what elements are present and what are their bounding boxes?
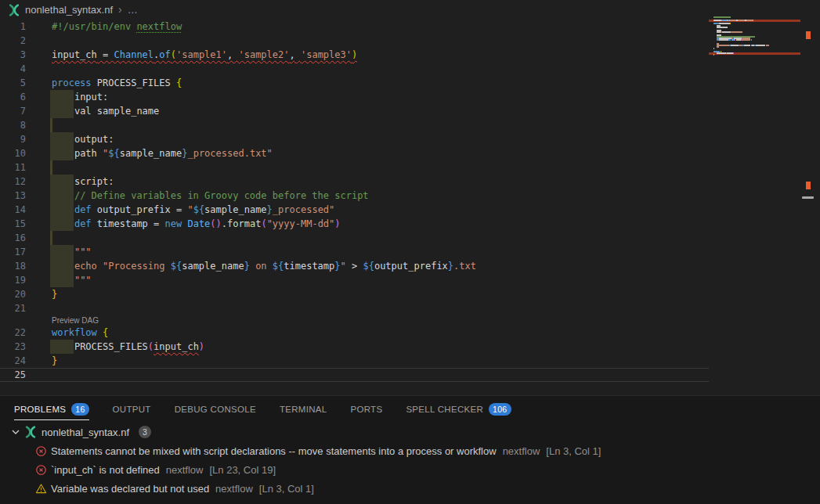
panel-tab-problems[interactable]: PROBLEMS16 [14,396,89,423]
code-line-content[interactable]: input_ch = Channel.of('sample1', 'sample… [26,48,357,62]
problems-file-group[interactable]: nonlethal_syntax.nf 3 [0,423,820,441]
code-line-content[interactable]: val sample_name [26,104,159,118]
code-line[interactable]: 4 [0,62,709,76]
code-line-content[interactable]: def timestamp = new Date().format("yyyy-… [26,217,341,231]
line-number[interactable]: 22 [0,326,26,340]
breadcrumb-more[interactable]: … [128,4,139,16]
panel-tab-debug-console[interactable]: DEBUG CONSOLE [175,396,256,423]
code-line-content[interactable]: #!/usr/bin/env nextflow [26,20,182,34]
line-number[interactable]: 12 [0,175,26,189]
code-line[interactable]: 11 [0,160,709,175]
code-line[interactable]: 22workflow { [0,326,709,340]
code-line-content[interactable] [26,62,52,76]
problem-row[interactable]: Statements cannot be mixed with script d… [0,441,820,460]
code-line[interactable]: 12 script: [0,175,709,189]
code-line-content[interactable]: } [26,287,57,301]
code-line[interactable]: 25 [0,368,709,382]
code-line-content[interactable]: input: [26,90,108,104]
line-number[interactable]: 25 [0,368,26,382]
breadcrumb[interactable]: nonlethal_syntax.nf › … [0,0,820,20]
code-line-content[interactable] [26,118,52,132]
code-line[interactable]: 3input_ch = Channel.of('sample1', 'sampl… [0,48,709,62]
line-number[interactable]: 15 [0,217,26,231]
line-number[interactable]: 21 [0,301,26,315]
panel-tab-output[interactable]: OUTPUT [113,396,151,423]
code-line-content[interactable] [26,231,52,245]
token: () [210,218,221,229]
code-line-content[interactable]: def output_prefix = "${sample_name}_proc… [26,203,334,217]
line-number[interactable]: 9 [0,132,26,146]
minimap-code-bar [722,31,730,33]
code-line[interactable]: 23 PROCESS_FILES(input_ch) [0,340,709,354]
line-number[interactable]: 3 [0,48,26,62]
code-line[interactable]: 15 def timestamp = new Date().format("yy… [0,217,709,231]
line-number[interactable]: 18 [0,259,26,273]
chevron-down-icon[interactable] [9,426,22,438]
line-number[interactable]: 6 [0,90,26,104]
panel-tab-spell-checker[interactable]: SPELL CHECKER106 [406,396,511,423]
code-line[interactable]: 6 input: [0,90,709,104]
minimap-code-bar [717,46,719,48]
code-line-content[interactable]: workflow { [26,326,108,340]
line-number[interactable]: 16 [0,231,26,245]
panel-tab-label: PROBLEMS [14,405,66,414]
code-line[interactable]: 8 [0,118,709,132]
line-number[interactable]: 2 [0,34,26,48]
panel-tab-ports[interactable]: PORTS [350,396,382,423]
code-line[interactable]: 5process PROCESS_FILES { [0,76,709,90]
problem-row[interactable]: Variable was declared but not usednextfl… [0,479,820,498]
line-number[interactable]: 4 [0,62,26,76]
code-line-content[interactable]: path "${sample_name}_processed.txt" [26,146,273,160]
code-line-content[interactable]: """ [26,245,92,259]
code-line[interactable]: 19 """ [0,273,709,287]
code-line-content[interactable] [26,34,52,48]
code-line[interactable]: 10 path "${sample_name}_processed.txt" [0,146,709,160]
codelens-preview-dag[interactable]: Preview DAG [0,315,709,326]
code-line-content[interactable] [26,160,52,175]
line-number[interactable]: 1 [0,20,26,34]
code-line[interactable]: 20} [0,287,709,301]
code-line-content[interactable]: script: [26,175,114,189]
code-line[interactable]: 1#!/usr/bin/env nextflow [0,20,709,34]
minimap[interactable] [709,16,800,376]
problem-row[interactable]: `input_ch` is not definednextflow[Ln 23,… [0,460,820,479]
panel-tab-terminal[interactable]: TERMINAL [280,396,327,423]
breadcrumb-file[interactable]: nonlethal_syntax.nf [25,4,113,16]
code-line[interactable]: 7 val sample_name [0,104,709,118]
line-number[interactable]: 17 [0,245,26,259]
line-number[interactable]: 11 [0,160,26,175]
code-line[interactable]: 9 output: [0,132,709,146]
code-line-content[interactable]: PROCESS_FILES(input_ch) [26,340,204,354]
line-number[interactable]: 10 [0,146,26,160]
line-number[interactable]: 8 [0,118,26,132]
line-number[interactable]: 14 [0,203,26,217]
line-number[interactable]: 23 [0,340,26,354]
code-line-content[interactable]: """ [26,273,92,287]
code-line[interactable]: 14 def output_prefix = "${sample_name}_p… [0,203,709,217]
code-line[interactable]: 2 [0,34,709,48]
code-line[interactable]: 18 echo "Processing ${sample_name} on ${… [0,259,709,273]
line-number[interactable]: 20 [0,287,26,301]
code-line[interactable]: 16 [0,231,709,245]
code-line-content[interactable]: process PROCESS_FILES { [26,76,182,90]
line-number[interactable]: 19 [0,273,26,287]
code-line-content[interactable]: output: [26,132,114,146]
minimap-code-bar [730,23,731,24]
line-number[interactable]: 13 [0,189,26,203]
problem-source: nextflow [166,464,204,476]
code-line-content[interactable]: echo "Processing ${sample_name} on ${tim… [26,259,476,273]
code-line-content[interactable] [26,301,52,315]
line-number[interactable]: 5 [0,76,26,90]
code-line[interactable]: 21 [0,301,709,315]
code-line[interactable]: 24} [0,354,709,368]
code-line[interactable]: 17 """ [0,245,709,259]
code-line[interactable]: 13 // Define variables in Groovy code be… [0,189,709,203]
code-line-content[interactable]: // Define variables in Groovy code befor… [26,189,369,203]
line-number[interactable]: 24 [0,354,26,368]
overview-ruler[interactable] [800,0,820,395]
code-line-content[interactable]: } [26,354,57,368]
editor-pane[interactable]: nonlethal_syntax.nf › … 1#!/usr/bin/env … [0,0,820,395]
code-lines[interactable]: 1#!/usr/bin/env nextflow23input_ch = Cha… [0,20,709,382]
line-number[interactable]: 7 [0,104,26,118]
code-line-content[interactable] [26,368,52,382]
